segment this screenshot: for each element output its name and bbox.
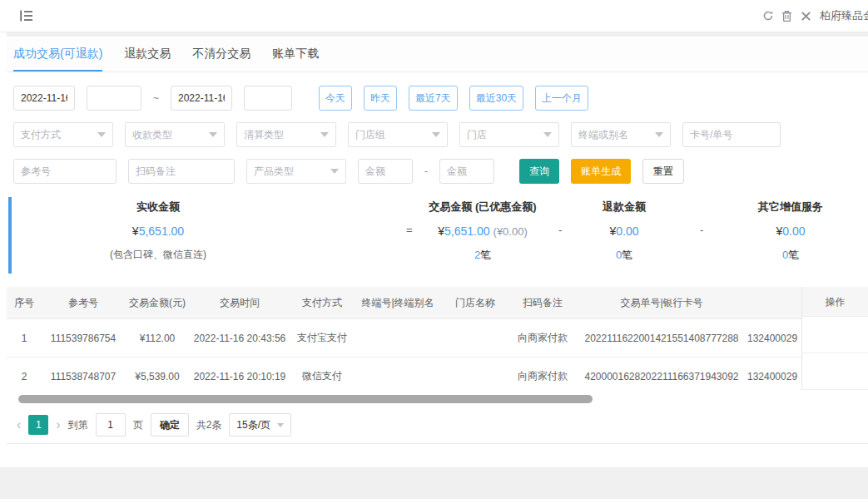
summary-received-amount: 实收金额 ¥5,651.00 (包含口碑、微信直连) bbox=[110, 195, 206, 262]
total-count-label: 共2条 bbox=[196, 418, 222, 432]
summary-other-services: 其它增值服务 ¥0.00 0笔 bbox=[758, 195, 823, 263]
content-card: 成功交易(可退款) 退款交易 不清分交易 账单下载 ~ 今天 昨天 最近7天 最… bbox=[7, 37, 868, 467]
col-terminal: 终端号|终端别名 bbox=[355, 287, 441, 319]
refresh-icon[interactable] bbox=[762, 10, 774, 22]
filter-row-actions: 产品类型 - 查询 账单生成 重置 bbox=[13, 159, 861, 184]
goto-page-input[interactable] bbox=[96, 413, 126, 436]
tab-success-trades[interactable]: 成功交易(可退款) bbox=[13, 37, 102, 72]
col-time: 交易时间 bbox=[190, 287, 290, 319]
col-amount: 交易金额(元) bbox=[125, 287, 190, 319]
col-txn-no: 交易单号|银行卡号 bbox=[576, 287, 747, 319]
minus-operator: - bbox=[558, 224, 562, 236]
table-row[interactable]: 1 111539786754 ¥112.00 2022-11-16 20:43:… bbox=[7, 319, 801, 358]
action-cell bbox=[802, 317, 868, 353]
next-page-icon[interactable]: › bbox=[56, 415, 60, 435]
end-date-input[interactable] bbox=[171, 86, 232, 111]
quick-today-button[interactable]: 今天 bbox=[319, 86, 352, 111]
current-page-button[interactable]: 1 bbox=[28, 415, 48, 435]
prev-page-icon[interactable]: ‹ bbox=[17, 415, 21, 435]
transactions-table: 序号 参考号 交易金额(元) 交易时间 支付方式 终端号|终端别名 门店名称 扫… bbox=[7, 287, 868, 390]
col-seq: 序号 bbox=[7, 287, 42, 319]
currency-symbol: ¥ bbox=[132, 224, 139, 238]
tab-bar: 成功交易(可退款) 退款交易 不清分交易 账单下载 bbox=[7, 37, 868, 72]
tab-refund-trades[interactable]: 退款交易 bbox=[124, 37, 171, 72]
col-store: 门店名称 bbox=[441, 287, 509, 319]
fullscreen-exit-icon[interactable] bbox=[801, 10, 812, 22]
chevron-down-icon bbox=[97, 132, 106, 137]
goto-label: 到第 bbox=[68, 418, 88, 432]
currency-symbol: ¥ bbox=[438, 224, 444, 238]
filter-row-selects: 支付方式 收款类型 清算类型 门店组 门店 终端或别名 bbox=[13, 122, 861, 147]
quick-last30days-button[interactable]: 最近30天 bbox=[469, 86, 523, 111]
summary-refund-amount: 退款金额 ¥0.00 0笔 bbox=[603, 195, 646, 263]
summary-trade-amount: 交易金额 (已优惠金额) ¥5,651.00(¥0.00) 2笔 bbox=[429, 195, 536, 263]
page-size-select[interactable]: 15条/页 bbox=[229, 413, 291, 436]
scan-note-input[interactable] bbox=[128, 159, 235, 184]
chevron-down-icon bbox=[320, 132, 329, 137]
quick-last7days-button[interactable]: 最近7天 bbox=[409, 86, 458, 111]
summary-note: (包含口碑、微信直连) bbox=[110, 248, 206, 262]
chevron-down-icon bbox=[209, 132, 217, 137]
settlement-type-select[interactable]: 清算类型 bbox=[236, 122, 336, 147]
horizontal-scrollbar bbox=[7, 395, 868, 403]
product-type-select[interactable]: 产品类型 bbox=[246, 159, 346, 184]
topbar-right: 柏府臻品金 bbox=[762, 0, 868, 32]
query-button[interactable]: 查询 bbox=[519, 159, 559, 184]
col-ref-no: 参考号 bbox=[42, 287, 125, 319]
merchant-name: 柏府臻品金 bbox=[820, 8, 868, 23]
equals-operator: = bbox=[406, 224, 413, 236]
fixed-action-column: 操作 bbox=[801, 287, 868, 390]
chevron-down-icon bbox=[655, 132, 663, 137]
start-time-input[interactable] bbox=[87, 86, 141, 111]
store-select[interactable]: 门店 bbox=[459, 122, 559, 147]
confirm-page-button[interactable]: 确定 bbox=[151, 413, 189, 436]
filter-row-dates: ~ 今天 昨天 最近7天 最近30天 上一个月 bbox=[13, 86, 861, 111]
footer-strip bbox=[0, 499, 868, 503]
amount-separator: - bbox=[424, 165, 428, 177]
card-no-input[interactable] bbox=[682, 122, 781, 147]
pay-method-select[interactable]: 支付方式 bbox=[13, 122, 113, 147]
card-bottom-divider bbox=[7, 443, 868, 462]
trash-icon[interactable] bbox=[781, 10, 793, 22]
action-cell bbox=[802, 353, 868, 390]
quick-lastmonth-button[interactable]: 上一个月 bbox=[535, 86, 588, 111]
chevron-down-icon bbox=[543, 132, 552, 137]
summary-panel: 实收金额 ¥5,651.00 (包含口碑、微信直连) = 交易金额 (已优惠金额… bbox=[7, 195, 868, 275]
col-pay-method: 支付方式 bbox=[290, 287, 355, 319]
collapsed-sidebar bbox=[0, 32, 7, 467]
bill-generate-button[interactable]: 账单生成 bbox=[571, 159, 631, 184]
reset-button[interactable]: 重置 bbox=[642, 159, 684, 184]
discount-amount: (¥0.00) bbox=[494, 225, 528, 238]
ref-no-input[interactable] bbox=[13, 159, 117, 184]
topbar: 柏府臻品金 bbox=[0, 0, 868, 32]
amount-max-input[interactable] bbox=[439, 159, 494, 184]
end-time-input[interactable] bbox=[244, 86, 292, 111]
col-action: 操作 bbox=[802, 287, 868, 317]
terminal-select[interactable]: 终端或别名 bbox=[571, 122, 671, 147]
chevron-down-icon bbox=[277, 423, 284, 427]
collection-type-select[interactable]: 收款类型 bbox=[125, 122, 225, 147]
quick-yesterday-button[interactable]: 昨天 bbox=[364, 86, 397, 111]
chevron-down-icon bbox=[432, 132, 440, 137]
minus-operator: - bbox=[700, 224, 703, 236]
filter-panel: ~ 今天 昨天 最近7天 最近30天 上一个月 支付方式 收款类型 清算类型 bbox=[7, 72, 868, 184]
collapse-menu-icon[interactable] bbox=[20, 10, 33, 22]
col-scan-note: 扫码备注 bbox=[509, 287, 576, 319]
tab-bill-download[interactable]: 账单下载 bbox=[272, 37, 319, 72]
horizontal-scrollbar-thumb[interactable] bbox=[18, 395, 593, 403]
col-clipped bbox=[747, 287, 801, 319]
table-header-row: 序号 参考号 交易金额(元) 交易时间 支付方式 终端号|终端别名 门店名称 扫… bbox=[7, 287, 801, 319]
page-unit-label: 页 bbox=[133, 418, 143, 432]
date-range-separator: ~ bbox=[153, 92, 159, 104]
pagination: ‹ 1 › 到第 页 确定 共2条 15条/页 bbox=[17, 413, 868, 436]
table-scroll-area: 序号 参考号 交易金额(元) 交易时间 支付方式 终端号|终端别名 门店名称 扫… bbox=[7, 287, 801, 390]
amount-min-input[interactable] bbox=[358, 159, 413, 184]
tab-unsettled-trades[interactable]: 不清分交易 bbox=[192, 37, 250, 72]
table-row[interactable]: 2 111538748707 ¥5,539.00 2022-11-16 20:1… bbox=[7, 358, 801, 391]
store-group-select[interactable]: 门店组 bbox=[348, 122, 448, 147]
start-date-input[interactable] bbox=[13, 86, 75, 111]
chevron-down-icon bbox=[330, 169, 339, 174]
